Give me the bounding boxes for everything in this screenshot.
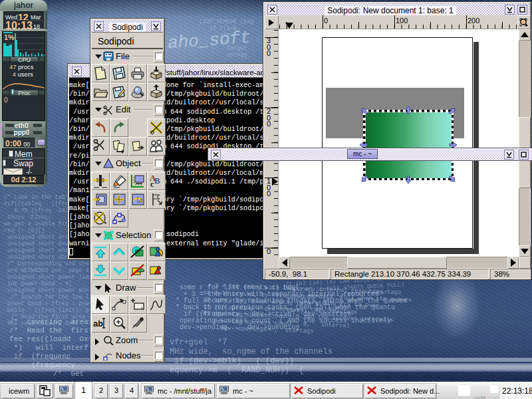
svg-text:ab: ab [93, 319, 103, 329]
svg-text:c: c [150, 180, 154, 189]
svg-text:B: B [154, 176, 160, 186]
